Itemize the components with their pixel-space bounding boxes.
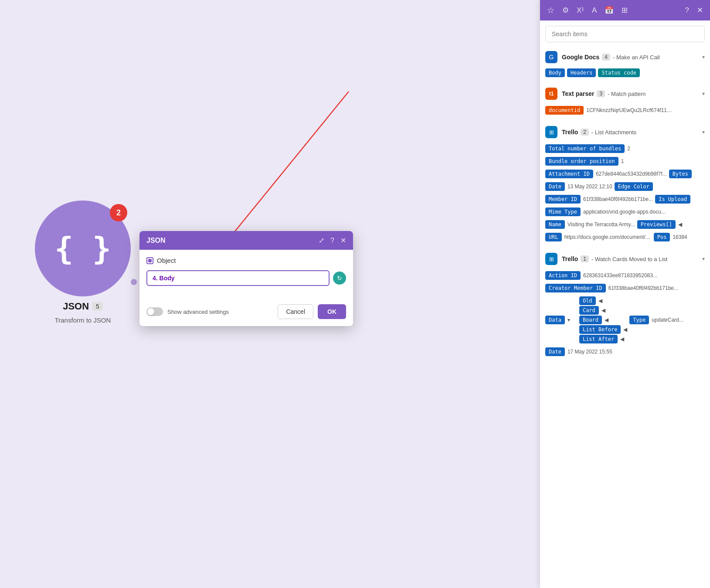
tag-date[interactable]: Date <box>545 182 565 191</box>
tag-url-value: https://docs.google.com/document/d/1CFNk… <box>564 234 652 240</box>
section-google-docs-header[interactable]: G Google Docs 4 - Make an API Call ▾ <box>545 48 705 67</box>
tag-attachment-id-value: 627de8446ac53432d9b98f7f... <box>596 171 667 177</box>
object-checkbox[interactable] <box>146 257 153 264</box>
refresh-button[interactable]: ↻ <box>333 272 346 285</box>
tag-url[interactable]: URL <box>545 233 562 241</box>
ok-button[interactable]: OK <box>318 304 346 319</box>
close-panel-icon[interactable]: ✕ <box>695 4 705 17</box>
tag-action-id-value: 6283631433ee871833952083... <box>583 272 657 279</box>
trello-1-num: 1 <box>581 255 589 262</box>
tag-action-id[interactable]: Action ID <box>545 271 581 280</box>
trello-2-chevron[interactable]: ▾ <box>702 129 705 135</box>
cancel-button[interactable]: Cancel <box>278 304 313 319</box>
card-expand[interactable]: ◀ <box>601 307 605 313</box>
tag-edge-color[interactable]: Edge Color <box>615 182 653 191</box>
toggle-knob <box>147 308 154 315</box>
close-dialog-icon[interactable]: ✕ <box>340 236 346 245</box>
tag-headers[interactable]: Headers <box>567 68 596 77</box>
trello-2-name: Trello <box>562 129 578 136</box>
list-after-expand[interactable]: ◀ <box>620 336 624 342</box>
tag-status-code[interactable]: Status code <box>598 68 639 77</box>
json-brace-icon: { } <box>54 230 111 267</box>
text-parser-chevron[interactable]: ▾ <box>702 91 705 97</box>
panel-scroll-area: G Google Docs 4 - Make an API Call ▾ Bod… <box>540 48 710 588</box>
tag-old[interactable]: Old <box>579 296 596 305</box>
previews-expand[interactable]: ◀ <box>678 221 682 228</box>
list-before-expand[interactable]: ◀ <box>623 326 627 333</box>
text-parser-method: - Match pattern <box>608 91 645 97</box>
tag-body[interactable]: Body <box>545 68 565 77</box>
help-panel-icon[interactable]: ? <box>683 4 691 17</box>
tag-board-row: Board ◀ <box>579 316 627 324</box>
dialog-header: JSON ⤢ ? ✕ <box>139 231 353 250</box>
old-expand[interactable]: ◀ <box>598 298 602 304</box>
tag-total-bundles[interactable]: Total number of bundles <box>545 144 625 153</box>
tag-attachment-id[interactable]: Attachment ID <box>545 170 593 178</box>
trello-1-chevron[interactable]: ▾ <box>702 256 705 262</box>
tag-total-bundles-row: Total number of bundles 2 <box>545 144 630 153</box>
google-docs-chevron[interactable]: ▾ <box>702 54 705 60</box>
json-dialog: JSON ⤢ ? ✕ Object ↻ <box>139 231 353 326</box>
gear-icon[interactable]: ⚙ <box>561 4 571 17</box>
tag-date2-row: Date 17 May 2022 15:55 <box>545 347 612 356</box>
tag-name[interactable]: Name <box>545 220 565 229</box>
tag-mime-type-row: Mime Type application/vnd.google-apps.do… <box>545 207 670 216</box>
section-trello-2: ⊞ Trello 2 - List Attachments ▾ Total nu… <box>545 122 705 245</box>
tag-member-id[interactable]: Member ID <box>545 195 581 204</box>
board-expand[interactable]: ◀ <box>605 317 608 323</box>
star-icon[interactable]: ☆ <box>545 3 556 17</box>
tag-card[interactable]: Card <box>579 306 599 315</box>
json-node: 2 { } JSON 5 Transform to JSON <box>35 201 131 324</box>
left-connector <box>131 279 137 285</box>
google-docs-method: - Make an API Call <box>613 54 660 61</box>
tag-bundle-order-value: 1 <box>621 158 624 164</box>
tag-is-upload[interactable]: Is Upload <box>655 195 690 204</box>
tag-creator-member-id[interactable]: Creator Member ID <box>545 284 606 292</box>
expand-icon[interactable]: ⤢ <box>319 236 324 245</box>
tag-bundle-order[interactable]: Bundle order position <box>545 157 618 166</box>
search-input[interactable] <box>545 26 705 42</box>
panel-toolbar: ☆ ⚙ X¹ A 📅 ⊞ ? ✕ <box>540 0 710 20</box>
tag-documentid[interactable]: documentid <box>545 106 584 115</box>
tag-creator-member-id-value: 61f338bae40f6f492bb171be... <box>608 285 678 291</box>
section-text-parser-header[interactable]: t1 Text parser 3 - Match pattern ▾ <box>545 84 705 103</box>
tag-data[interactable]: Data <box>545 316 565 324</box>
section-text-parser-title: Text parser 3 - Match pattern <box>562 90 698 97</box>
superscript-icon[interactable]: X¹ <box>575 4 586 17</box>
tag-total-bundles-value: 2 <box>627 146 630 152</box>
help-icon[interactable]: ? <box>330 237 334 245</box>
advanced-toggle[interactable] <box>146 307 163 316</box>
tag-list-after[interactable]: List After <box>579 335 618 343</box>
tag-pos[interactable]: Pos <box>654 233 670 241</box>
section-trello-2-header[interactable]: ⊞ Trello 2 - List Attachments ▾ <box>545 122 705 142</box>
tag-data-row: Data ▾ <box>545 296 570 343</box>
tag-previews[interactable]: Previews[] <box>637 220 676 229</box>
tag-list-before[interactable]: List Before <box>579 325 621 334</box>
table-icon[interactable]: ⊞ <box>620 4 629 17</box>
tag-type-row: Type updateCard... <box>629 296 683 343</box>
section-trello-2-title: Trello 2 - List Attachments <box>562 129 698 136</box>
object-label: Object <box>157 257 176 264</box>
advanced-label: Show advanced settings <box>167 309 229 315</box>
json-node-label: JSON 5 <box>63 301 103 312</box>
value-input[interactable] <box>146 270 330 286</box>
tag-name-row: Name Visiting the Terracotta Army... <box>545 220 635 229</box>
section-text-parser: t1 Text parser 3 - Match pattern ▾ docum… <box>545 84 705 118</box>
tag-date2[interactable]: Date <box>545 347 565 356</box>
section-trello-1-header[interactable]: ⊞ Trello 1 - Watch Cards Moved to a List… <box>545 249 705 269</box>
tag-previews-row: Previews[] ◀ <box>637 220 682 229</box>
font-icon[interactable]: A <box>590 4 598 17</box>
data-nested: Old ◀ Card ◀ Board ◀ List Before ◀ <box>579 296 627 344</box>
json-node-badge: 2 <box>110 204 127 221</box>
tag-mime-type[interactable]: Mime Type <box>545 207 581 216</box>
trello-2-method: - List Attachments <box>591 129 636 136</box>
data-expand[interactable]: ▾ <box>567 317 570 323</box>
toolbar-right-icons: ? ✕ <box>683 4 705 17</box>
calendar-icon[interactable]: 📅 <box>603 4 615 17</box>
tag-old-row: Old ◀ <box>579 296 627 305</box>
tag-type[interactable]: Type <box>629 316 649 324</box>
tag-date-row: Date 13 May 2022 12:10 <box>545 182 612 191</box>
tag-board[interactable]: Board <box>579 316 602 324</box>
tag-bytes[interactable]: Bytes <box>669 170 692 178</box>
trello-1-method: - Watch Cards Moved to a List <box>591 256 667 262</box>
